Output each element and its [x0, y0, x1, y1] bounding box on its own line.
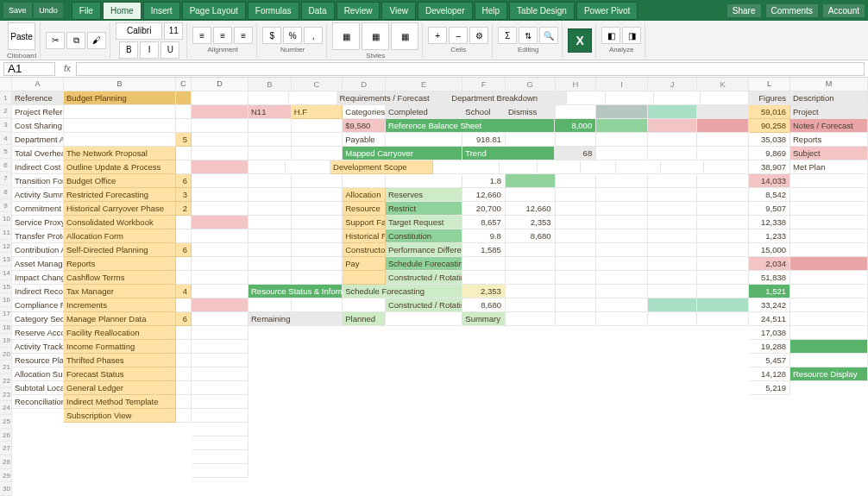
row-header[interactable]: 17	[0, 307, 12, 321]
label-cell[interactable]: Remaining Days	[248, 312, 292, 326]
data-cell[interactable]	[248, 216, 292, 229]
find-select-button[interactable]: 🔍	[539, 27, 558, 44]
col-header[interactable]: C	[176, 78, 192, 91]
row-header[interactable]: 1	[0, 91, 12, 105]
data-cell[interactable]	[64, 105, 176, 119]
row-header[interactable]: 26	[0, 429, 12, 443]
count-cell[interactable]: 6	[176, 243, 192, 257]
label-cell[interactable]: Activity Summary	[12, 188, 64, 202]
status-cell[interactable]: Completed	[386, 105, 462, 119]
blank-cell[interactable]	[790, 216, 868, 229]
gap-cell[interactable]	[192, 367, 248, 381]
value-cell[interactable]: 14,033	[749, 174, 790, 188]
tag-cell[interactable]: Resource Display	[790, 367, 868, 381]
tab-page-layout[interactable]: Page Layout	[182, 2, 246, 20]
bold-button[interactable]: B	[119, 41, 138, 59]
row-header[interactable]: 23	[0, 388, 12, 402]
tag-cell[interactable]: Subject	[790, 147, 868, 160]
cell-styles-button[interactable]: ▦	[391, 22, 418, 50]
data-cell[interactable]	[292, 188, 343, 202]
gap-cell[interactable]	[192, 436, 248, 450]
label-cell[interactable]: Activity Tracker	[12, 340, 64, 354]
label-cell[interactable]: Cost Sharing	[12, 119, 64, 133]
format-as-table-button[interactable]: ▦	[362, 22, 389, 50]
data-cell[interactable]: Constructed / Rotating	[386, 271, 462, 285]
qat-undo-button[interactable]: Undo	[34, 3, 63, 18]
row-header[interactable]: 5	[0, 145, 12, 159]
data-cell[interactable]	[596, 188, 648, 202]
data-cell[interactable]: Support Factor	[343, 216, 386, 229]
value-cell[interactable]: 2,353	[462, 285, 506, 298]
data-cell[interactable]	[506, 188, 556, 202]
label-cell[interactable]: Allocation Summary	[12, 367, 64, 381]
align-left-button[interactable]: ≡	[192, 27, 211, 44]
tab-review[interactable]: Review	[337, 2, 381, 20]
gap-cell[interactable]	[192, 298, 248, 312]
count-cell[interactable]	[176, 409, 192, 423]
tab-developer[interactable]: Developer	[418, 2, 473, 20]
label-cell[interactable]: Contribution Analysis	[12, 243, 64, 257]
amount-cell[interactable]: 68	[555, 147, 596, 160]
col-header[interactable]: M	[790, 78, 868, 91]
data-cell[interactable]	[556, 257, 597, 271]
tab-table-design[interactable]: Table Design	[509, 2, 575, 20]
col-header[interactable]: F	[462, 78, 506, 91]
row-header[interactable]: 7	[0, 172, 12, 185]
data-cell[interactable]	[596, 243, 648, 257]
blank-cell[interactable]	[790, 202, 868, 216]
value-cell[interactable]: 12,338	[749, 216, 790, 229]
data-cell[interactable]	[292, 243, 343, 257]
value-cell[interactable]: 17,038	[749, 326, 790, 340]
gap-cell[interactable]	[192, 105, 248, 119]
row-header[interactable]: 18	[0, 321, 12, 335]
data-cell[interactable]	[556, 243, 597, 257]
label-cell[interactable]: Categories	[343, 105, 386, 119]
banner[interactable]: Reference Balance Sheet	[386, 119, 556, 133]
col-header[interactable]: I	[596, 78, 648, 91]
data-cell[interactable]: Resource	[343, 202, 386, 216]
data-cell[interactable]	[648, 271, 698, 285]
blank-cell[interactable]	[790, 298, 868, 312]
gap-cell[interactable]	[192, 257, 248, 271]
data-cell[interactable]: 1,585	[462, 243, 506, 257]
value-cell[interactable]: 9,507	[749, 202, 790, 216]
data-cell[interactable]: Forecast Status	[64, 367, 176, 381]
data-cell[interactable]: Outline Update & Process	[64, 160, 176, 174]
blank-cell[interactable]	[790, 271, 868, 285]
count-cell[interactable]: 2	[176, 202, 192, 216]
label-cell[interactable]: Department Allocation	[12, 133, 64, 147]
amount-cell[interactable]: 8,000	[555, 119, 596, 133]
sort-filter-button[interactable]: ⇅	[519, 27, 538, 44]
gap-cell[interactable]	[192, 188, 248, 202]
value-cell[interactable]: 24,511	[749, 312, 790, 326]
row-header[interactable]: 20	[0, 348, 12, 361]
delete-cells-button[interactable]: –	[449, 27, 468, 44]
count-cell[interactable]	[176, 216, 192, 229]
label-cell[interactable]: Reserve Accounts	[12, 326, 64, 340]
data-cell[interactable]	[697, 243, 749, 257]
data-cell[interactable]: Schedule Forecasting	[386, 257, 462, 271]
data-cell[interactable]	[64, 133, 176, 147]
count-cell[interactable]	[176, 160, 192, 174]
section-header[interactable]: Budget Planning	[64, 91, 176, 105]
data-cell[interactable]: Historical Carryover Phase	[64, 202, 176, 216]
title-cell[interactable]: Requirements / Forecast	[337, 91, 450, 105]
data-cell[interactable]: 8,680	[506, 229, 556, 243]
analyze-data-button[interactable]: ◧	[601, 27, 620, 44]
count-cell[interactable]	[176, 147, 192, 160]
label-cell[interactable]: Commitment Log	[12, 202, 64, 216]
value-cell[interactable]: 8,680	[462, 298, 506, 312]
data-cell[interactable]: Historical Rotating	[343, 229, 386, 243]
gap-cell[interactable]	[192, 409, 248, 423]
label-cell[interactable]: Project Reference	[12, 105, 64, 119]
data-cell[interactable]	[64, 119, 176, 133]
value-cell[interactable]: 14,128	[749, 367, 790, 381]
row-header[interactable]: 28	[0, 455, 12, 469]
value-cell[interactable]: 35,038	[749, 133, 790, 147]
count-cell[interactable]	[176, 381, 192, 395]
label-cell[interactable]: Compliance Report	[12, 298, 64, 312]
tag-cell[interactable]: Reports	[790, 133, 868, 147]
gap-cell[interactable]	[192, 119, 248, 133]
name-box[interactable]	[3, 62, 55, 76]
data-cell[interactable]	[556, 216, 597, 229]
